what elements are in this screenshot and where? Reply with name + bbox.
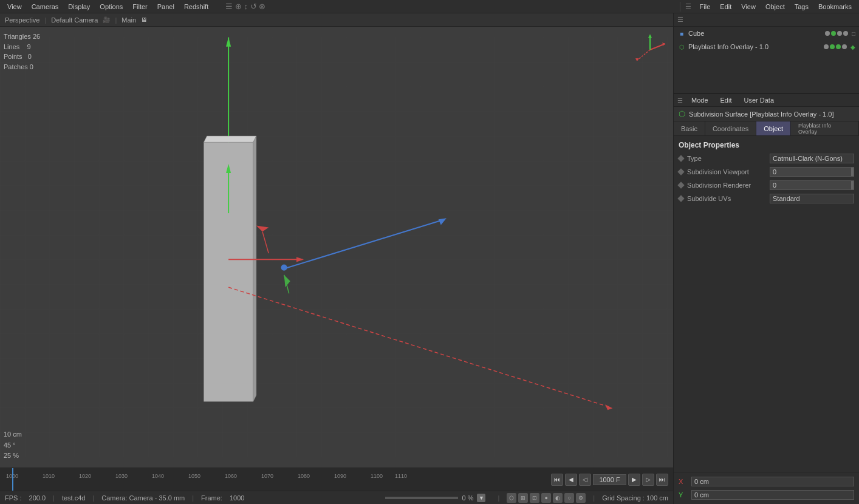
prop-row-subdiv-viewport: Subdivision Viewport 0: [674, 165, 859, 179]
render-icon-1[interactable]: ⬡: [507, 493, 516, 503]
cube-dot-1: [825, 31, 830, 36]
main-label: Main: [121, 16, 136, 24]
grid-spacing-label: Grid Spacing : 100 cm: [602, 494, 668, 502]
menu-filter[interactable]: Filter: [128, 2, 152, 12]
file-name: test.c4d: [62, 494, 86, 502]
menu-view-r[interactable]: View: [736, 2, 761, 12]
x-value[interactable]: 0 cm: [691, 477, 854, 486]
svg-marker-10: [204, 136, 256, 142]
object-title-row: ⬡ Subdivision Surface [Playblast Info Ov…: [674, 107, 859, 121]
subdiv-viewport-value[interactable]: 0: [770, 167, 854, 177]
menu-panel[interactable]: Panel: [152, 2, 179, 12]
object-manager: ■ Cube □ ⬡ Playblast Info Overlay - 1.0: [674, 27, 859, 94]
menu-object[interactable]: Object: [761, 2, 790, 12]
menu-bookmarks[interactable]: Bookmarks: [813, 2, 857, 12]
render-icon-5[interactable]: ◐: [553, 493, 563, 503]
menu-display[interactable]: Display: [63, 2, 95, 12]
menu-tags[interactable]: Tags: [790, 2, 813, 12]
type-label: Type: [687, 155, 766, 162]
user-data-menu[interactable]: User Data: [741, 97, 778, 104]
timeline-ruler[interactable]: 1000 1010 1020 1030 1040 1050 1060 1070 …: [0, 468, 546, 491]
tab-basic[interactable]: Basic: [674, 121, 705, 135]
tab-coordinates[interactable]: Coordinates: [705, 121, 756, 135]
next-frame-button[interactable]: ▷: [642, 474, 654, 486]
tick-1110: 1110: [395, 473, 407, 479]
tab-object[interactable]: Object: [756, 121, 791, 135]
playblast-dot-4: [842, 44, 847, 49]
subdivide-uvs-value[interactable]: Standard: [770, 194, 854, 203]
playblast-right-arrow: ◆: [850, 44, 855, 50]
subdiv-viewport-label: Subdivision Viewport: [687, 168, 766, 175]
current-frame-input[interactable]: [593, 474, 626, 485]
play-back-button[interactable]: ◁: [579, 474, 591, 486]
main-layout: Perspective | Default Camera 🎥 | Main 🖥 …: [0, 13, 859, 504]
playblast-dot-3: [836, 44, 841, 49]
prop-diamond-uvs: [677, 195, 684, 202]
progress-dropdown[interactable]: ▼: [477, 494, 485, 502]
cube-icon: ■: [677, 29, 686, 38]
cube-dot-4: [843, 31, 848, 36]
section-title: Object Properties: [674, 138, 859, 152]
svg-rect-6: [0, 37, 673, 457]
progress-percent: 0 %: [462, 494, 473, 502]
subdiv-renderer-label: Subdivision Renderer: [687, 182, 766, 189]
tick-1060: 1060: [225, 473, 237, 479]
render-icon-4[interactable]: ●: [541, 493, 551, 503]
object-row-playblast[interactable]: ⬡ Playblast Info Overlay - 1.0 ◆: [674, 40, 859, 53]
menu-file[interactable]: File: [695, 2, 716, 12]
subdiv-renderer-value[interactable]: 0: [770, 180, 854, 190]
viewport[interactable]: Perspective | Default Camera 🎥 | Main 🖥 …: [0, 13, 674, 504]
menu-options[interactable]: Options: [95, 2, 128, 12]
tick-1040: 1040: [152, 473, 164, 479]
prop-row-subdiv-renderer: Subdivision Renderer 0: [674, 179, 859, 192]
timeline-bar: 1000 1010 1020 1030 1040 1050 1060 1070 …: [0, 468, 673, 491]
object-title: Subdivision Surface [Playblast Info Over…: [689, 111, 833, 118]
frame-label: Frame:: [201, 494, 222, 502]
tick-1010: 1010: [43, 473, 55, 479]
object-title-icon: ⬡: [679, 109, 685, 118]
go-end-button[interactable]: ⏭: [656, 474, 668, 486]
tick-1020: 1020: [79, 473, 91, 479]
prop-separator: ☰ Mode Edit User Data: [674, 94, 859, 107]
coord-row-x: X 0 cm: [674, 475, 859, 488]
menu-view[interactable]: View: [2, 2, 27, 12]
fps-value: 200.0: [29, 494, 46, 502]
tick-1100: 1100: [371, 473, 383, 479]
render-icons: ⬡ ⊞ ⊡ ● ◐ ○ ⚙: [507, 493, 586, 503]
render-icon-2[interactable]: ⊞: [518, 493, 528, 503]
y-value[interactable]: 0 cm: [691, 490, 854, 500]
cube-dot-2: [831, 31, 836, 36]
prop-diamond-type: [677, 155, 684, 162]
play-forward-button[interactable]: ▶: [628, 474, 640, 486]
cube-dot-3: [837, 31, 842, 36]
right-panel: ☰ ■ Cube □ ⬡ Playblast Info Overlay - 1.…: [674, 13, 859, 504]
tick-1050: 1050: [188, 473, 200, 479]
menu-redshift[interactable]: Redshift: [179, 2, 213, 12]
svg-point-18: [281, 264, 287, 270]
coord-panel: X 0 cm Y 0 cm: [674, 472, 859, 504]
prop-diamond-sr: [677, 182, 684, 188]
render-icon-7[interactable]: ⚙: [576, 493, 586, 503]
cube-name: Cube: [688, 30, 823, 37]
playblast-icon: ⬡: [677, 43, 686, 51]
tick-1080: 1080: [298, 473, 310, 479]
top-menubar: View Cameras Display Options Filter Pane…: [0, 0, 859, 13]
prev-frame-button[interactable]: ◀: [565, 474, 577, 486]
object-row-cube[interactable]: ■ Cube □: [674, 27, 859, 40]
menu-edit[interactable]: Edit: [715, 2, 736, 12]
tick-1070: 1070: [261, 473, 273, 479]
go-start-button[interactable]: ⏮: [551, 474, 563, 486]
playback-controls: ⏮ ◀ ◁ ▶ ▷ ⏭: [546, 474, 673, 486]
render-icon-6[interactable]: ○: [564, 493, 574, 503]
prop-tabs: Basic Coordinates Object Playblast Info …: [674, 121, 859, 136]
perspective-label: Perspective: [5, 16, 39, 24]
mode-menu[interactable]: Mode: [688, 97, 712, 104]
svg-marker-11: [253, 136, 256, 401]
type-value[interactable]: Catmull-Clark (N-Gons): [770, 154, 854, 163]
edit-menu[interactable]: Edit: [717, 97, 736, 104]
render-icon-3[interactable]: ⊡: [530, 493, 539, 503]
playblast-icons-right: ◆: [824, 44, 855, 50]
menu-cameras[interactable]: Cameras: [27, 2, 64, 12]
prop-row-type: Type Catmull-Clark (N-Gons): [674, 152, 859, 165]
tab-playblast[interactable]: Playblast Info Overlay: [791, 121, 859, 135]
